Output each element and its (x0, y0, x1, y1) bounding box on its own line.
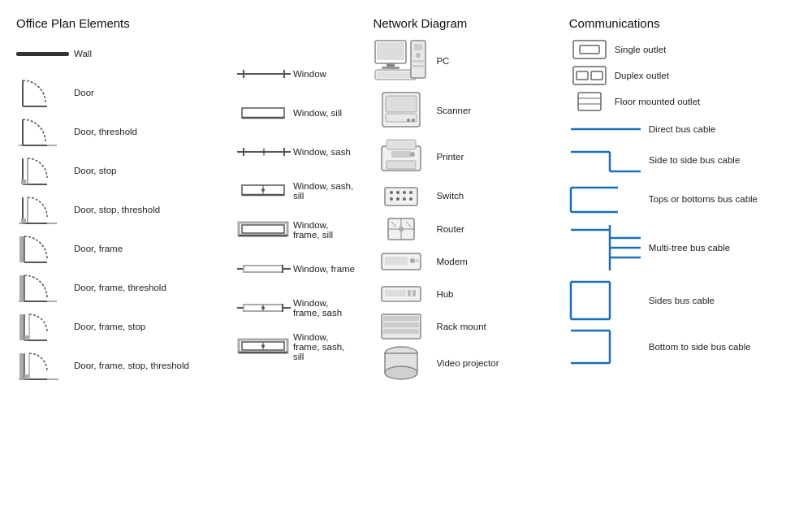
door-frame-svg (16, 233, 61, 264)
door-frame-stop-threshold-svg (16, 350, 61, 381)
printer-icon (373, 138, 430, 175)
svg-point-108 (410, 258, 415, 263)
svg-rect-87 (387, 140, 416, 149)
svg-rect-107 (385, 257, 408, 265)
door-stop-threshold-svg (16, 194, 61, 225)
window-frame-sash-svg (235, 301, 292, 314)
svg-rect-25 (24, 335, 29, 340)
multi-tree-bus-svg (569, 223, 642, 272)
svg-rect-55 (244, 266, 283, 272)
svg-rect-75 (377, 71, 414, 78)
single-outlet-row: Single outlet (569, 38, 804, 61)
svg-point-68 (261, 344, 265, 348)
window-sill-label: Window, sill (293, 108, 342, 118)
door-stop-threshold-icon (16, 194, 69, 225)
svg-rect-88 (387, 161, 416, 169)
modem-svg (380, 250, 422, 273)
svg-point-78 (416, 53, 421, 58)
svg-rect-13 (21, 218, 26, 223)
door-label: Door (74, 88, 94, 97)
door-frame-threshold-svg (16, 272, 61, 303)
projector-label: Video projector (436, 358, 499, 368)
floor-outlet-label: Floor mounted outlet (615, 97, 700, 106)
rack-svg (380, 313, 422, 340)
window-frame-sill-row: Window, frame, sill (235, 214, 356, 245)
sides-bus-svg (569, 280, 642, 321)
svg-rect-14 (19, 236, 24, 262)
window-icon (235, 67, 288, 80)
window-sash-sill-label: Window, sash, sill (293, 181, 356, 201)
svg-point-93 (396, 191, 400, 194)
window-frame-sash-icon (235, 301, 288, 314)
wall-line (16, 52, 69, 56)
door-stop-label: Door, stop (74, 166, 116, 175)
window-frame-sill-svg (235, 221, 292, 239)
multi-tree-bus-row: Multi-tree bus cable (569, 223, 804, 272)
network-title: Network Diagram (373, 16, 560, 30)
scanner-label: Scanner (436, 106, 471, 115)
floor-outlet-icon (569, 91, 610, 112)
svg-rect-27 (19, 353, 24, 379)
door-frame-label: Door, frame (74, 244, 123, 253)
window-frame-svg (235, 262, 292, 275)
window-sill-icon (235, 105, 288, 121)
door-frame-stop-threshold-icon (16, 350, 69, 381)
hub-row: Hub (373, 280, 560, 308)
sides-bus-row: Sides bus cable (569, 280, 804, 321)
svg-rect-80 (412, 65, 424, 67)
svg-point-62 (261, 306, 265, 309)
svg-rect-21 (19, 314, 24, 340)
svg-point-94 (403, 191, 406, 194)
svg-point-97 (396, 197, 400, 201)
door-frame-row: Door, frame (16, 233, 235, 264)
svg-rect-37 (242, 108, 284, 118)
hub-icon (373, 283, 430, 305)
window-frame-icon (235, 262, 288, 275)
side-to-side-bus-label: Side to side bus cable (649, 155, 741, 165)
svg-point-95 (409, 191, 412, 194)
svg-rect-79 (412, 60, 424, 63)
duplex-outlet-label: Duplex outlet (615, 71, 669, 80)
svg-point-98 (403, 197, 406, 201)
window-frame-label: Window, frame (293, 264, 355, 274)
window-sill-svg (235, 105, 292, 121)
rack-row: Rack mount (373, 313, 560, 340)
tops-bottoms-bus-row: Tops or bottoms bus cable (569, 183, 804, 215)
single-outlet-label: Single outlet (615, 45, 666, 54)
door-frame-threshold-row: Door, frame, threshold (16, 272, 235, 303)
door-stop-svg (16, 155, 61, 186)
door-frame-stop-label: Door, frame, stop (74, 322, 145, 331)
door-frame-icon (16, 233, 69, 264)
pc-svg (374, 39, 429, 83)
pc-icon (373, 39, 430, 83)
svg-point-90 (410, 152, 415, 157)
svg-point-85 (407, 119, 410, 122)
svg-point-45 (262, 150, 266, 154)
svg-rect-72 (387, 63, 395, 67)
direct-bus-row: Direct bus cable (569, 123, 804, 136)
svg-rect-125 (573, 67, 606, 84)
wall-icon (16, 52, 69, 56)
window-frame-sill-label: Window, frame, sill (293, 220, 356, 240)
direct-bus-svg (569, 123, 642, 136)
door-stop-threshold-label: Door, stop, threshold (74, 205, 160, 214)
door-frame-stop-icon (16, 311, 69, 342)
printer-row: Printer (373, 137, 560, 176)
door-row: Door (16, 77, 235, 108)
pc-row: PC (373, 38, 560, 84)
hub-svg (380, 283, 422, 305)
svg-point-92 (390, 191, 393, 194)
router-label: Router (436, 224, 464, 234)
svg-rect-51 (242, 225, 284, 233)
window-label: Window (293, 69, 326, 79)
door-threshold-icon (16, 116, 69, 147)
svg-point-122 (385, 366, 417, 379)
projector-row: Video projector (373, 345, 560, 381)
bottom-to-side-bus-svg (569, 329, 642, 365)
modem-label: Modem (436, 257, 467, 266)
rack-label: Rack mount (436, 322, 486, 331)
svg-rect-91 (385, 188, 417, 205)
svg-rect-8 (21, 179, 26, 184)
printer-label: Printer (436, 152, 464, 162)
duplex-outlet-row: Duplex outlet (569, 64, 804, 87)
